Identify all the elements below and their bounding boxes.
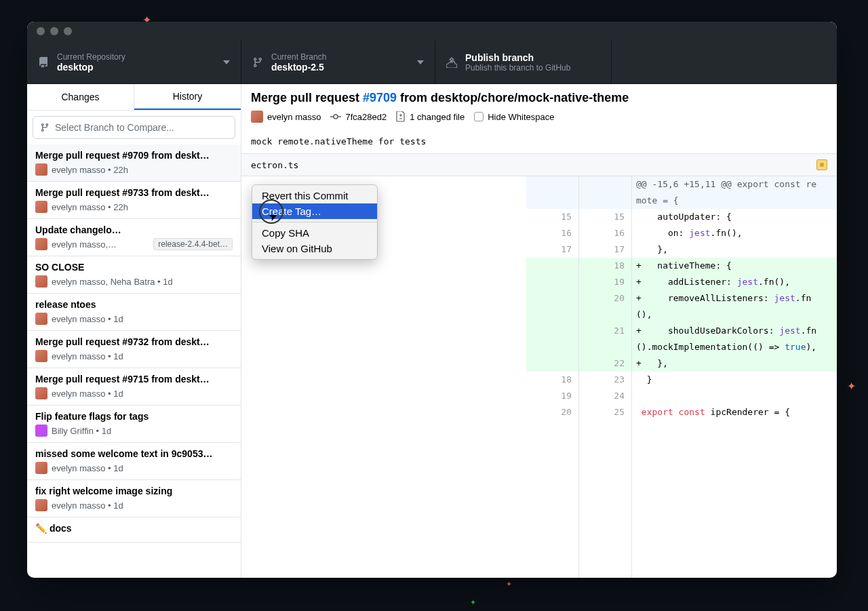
commit-item-title: fix right welcome image sizing bbox=[35, 486, 233, 496]
changed-files: 1 changed file bbox=[396, 111, 465, 122]
branch-compare-placeholder: Select Branch to Compare... bbox=[55, 122, 174, 133]
context-menu: Revert this CommitCreate Tag…Copy SHAVie… bbox=[252, 184, 378, 260]
commit-item-title: SO CLOSE bbox=[35, 262, 233, 273]
commit-item[interactable]: Update changelo…evelyn masso,…release-2.… bbox=[27, 219, 241, 256]
menu-item-copy-sha[interactable]: Copy SHA bbox=[252, 225, 377, 241]
tab-changes[interactable]: Changes bbox=[27, 84, 134, 110]
close-window-button[interactable] bbox=[37, 27, 45, 35]
repo-icon bbox=[38, 57, 49, 68]
modified-badge bbox=[816, 159, 827, 170]
commit-item[interactable]: missed some welcome text in 9c9053…evely… bbox=[27, 443, 241, 480]
commit-item[interactable]: release ntoesevelyn masso • 1d bbox=[27, 294, 241, 331]
repo-value: desktop bbox=[57, 62, 125, 73]
commit-item[interactable]: Merge pull request #9715 from deskt…evel… bbox=[27, 368, 241, 406]
main-content: Merge pull request #9709 from desktop/ch… bbox=[241, 84, 837, 578]
commit-header: Merge pull request #9709 from desktop/ch… bbox=[241, 84, 837, 130]
avatar bbox=[35, 275, 47, 288]
repository-selector[interactable]: Current Repository desktop bbox=[27, 41, 241, 83]
commit-item[interactable]: Merge pull request #9732 from deskt…evel… bbox=[27, 331, 241, 368]
commit-author: evelyn masso bbox=[251, 111, 321, 123]
commit-item-title: missed some welcome text in 9c9053… bbox=[35, 448, 233, 459]
sparkle-decoration: ✦ bbox=[470, 598, 476, 607]
avatar bbox=[35, 238, 47, 250]
menu-item-create-tag[interactable]: Create Tag… bbox=[252, 203, 377, 219]
commit-item-meta: evelyn masso • 1d bbox=[35, 313, 233, 325]
commit-item-title: Merge pull request #9732 from deskt… bbox=[35, 336, 233, 347]
chevron-down-icon bbox=[417, 60, 424, 64]
avatar bbox=[35, 425, 47, 437]
avatar bbox=[35, 163, 47, 176]
repo-label: Current Repository bbox=[57, 52, 125, 62]
changed-file-row[interactable]: ectron.ts bbox=[241, 153, 837, 176]
commit-list[interactable]: Merge pull request #9709 from deskt…evel… bbox=[27, 144, 241, 578]
commit-item-meta: evelyn masso, Neha Batra • 1d bbox=[35, 275, 233, 288]
commit-item-meta: evelyn masso • 1d bbox=[35, 387, 233, 399]
sidebar: Changes History Select Branch to Compare… bbox=[27, 84, 241, 578]
branch-value: desktop-2.5 bbox=[271, 62, 326, 73]
maximize-window-button[interactable] bbox=[64, 27, 72, 35]
commit-item[interactable]: SO CLOSEevelyn masso, Neha Batra • 1d bbox=[27, 256, 241, 294]
avatar bbox=[251, 111, 263, 123]
branch-selector[interactable]: Current Branch desktop-2.5 bbox=[241, 41, 435, 83]
avatar bbox=[35, 350, 47, 362]
commit-item-title: Merge pull request #9733 from deskt… bbox=[35, 187, 233, 198]
avatar bbox=[35, 499, 47, 511]
commit-item-meta: evelyn masso • 1d bbox=[35, 350, 233, 362]
pr-link[interactable]: #9709 bbox=[363, 91, 397, 104]
publish-branch-button[interactable]: Publish branch Publish this branch to Gi… bbox=[435, 41, 612, 83]
commit-item[interactable]: Merge pull request #9733 from deskt…evel… bbox=[27, 182, 241, 219]
commit-item-meta: evelyn masso,…release-2.4.4-bet… bbox=[35, 238, 233, 250]
pencil-icon: ✏️ bbox=[35, 523, 50, 534]
commit-item-meta: Billy Griffin • 1d bbox=[35, 425, 233, 437]
app-window: Current Repository desktop Current Branc… bbox=[27, 22, 837, 578]
publish-title: Publish branch bbox=[465, 52, 570, 63]
commit-item-meta: evelyn masso • 1d bbox=[35, 462, 233, 474]
tag-badge: release-2.4.4-bet… bbox=[153, 238, 233, 250]
file-name: ectron.ts bbox=[251, 160, 298, 170]
sidebar-tabs: Changes History bbox=[27, 84, 241, 111]
toolbar: Current Repository desktop Current Branc… bbox=[27, 41, 837, 84]
sparkle-decoration: ✦ bbox=[847, 380, 856, 393]
commit-sha[interactable]: 7fca28ed2 bbox=[330, 111, 387, 122]
branch-compare-selector[interactable]: Select Branch to Compare... bbox=[33, 116, 235, 139]
avatar bbox=[35, 201, 47, 213]
commit-item-meta: evelyn masso • 22h bbox=[35, 163, 233, 176]
commit-item-title: Merge pull request #9709 from deskt… bbox=[35, 150, 233, 161]
commit-item-title: Flip feature flags for tags bbox=[35, 411, 233, 422]
avatar bbox=[35, 462, 47, 474]
svg-point-0 bbox=[334, 115, 338, 119]
chevron-down-icon bbox=[223, 60, 230, 64]
checkbox[interactable] bbox=[474, 112, 484, 121]
titlebar bbox=[27, 22, 837, 41]
file-diff-icon bbox=[396, 111, 406, 122]
branch-label: Current Branch bbox=[271, 52, 326, 62]
avatar bbox=[35, 313, 47, 325]
menu-separator bbox=[252, 222, 377, 222]
commit-item[interactable]: fix right welcome image sizingevelyn mas… bbox=[27, 480, 241, 517]
commit-item[interactable]: ✏️ docs bbox=[27, 517, 241, 543]
publish-subtitle: Publish this branch to GitHub bbox=[465, 63, 570, 73]
commit-message-body: mock remote.nativeTheme for tests bbox=[241, 130, 837, 153]
sparkle-decoration: ✦ bbox=[506, 580, 512, 589]
hide-whitespace-toggle[interactable]: Hide Whitespace bbox=[474, 112, 554, 122]
menu-item-view-on-github[interactable]: View on GitHub bbox=[252, 241, 377, 256]
cloud-upload-icon bbox=[446, 57, 457, 68]
menu-item-revert-this-commit[interactable]: Revert this Commit bbox=[252, 188, 377, 203]
minimize-window-button[interactable] bbox=[50, 27, 58, 35]
commit-item-meta: evelyn masso • 1d bbox=[35, 499, 233, 511]
commit-item[interactable]: Merge pull request #9709 from deskt…evel… bbox=[27, 144, 241, 182]
tab-history[interactable]: History bbox=[134, 84, 241, 110]
commit-icon bbox=[330, 111, 341, 122]
commit-item-title: ✏️ docs bbox=[35, 523, 233, 534]
branch-icon bbox=[252, 57, 263, 68]
commit-item-meta: evelyn masso • 22h bbox=[35, 201, 233, 213]
commit-item[interactable]: Flip feature flags for tagsBilly Griffin… bbox=[27, 406, 241, 443]
commit-title: Merge pull request #9709 from desktop/ch… bbox=[251, 91, 827, 105]
commit-item-title: Merge pull request #9715 from deskt… bbox=[35, 374, 233, 385]
avatar bbox=[35, 387, 47, 399]
commit-item-title: Update changelo… bbox=[35, 224, 233, 235]
commit-item-title: release ntoes bbox=[35, 299, 233, 310]
branch-icon bbox=[40, 123, 50, 132]
